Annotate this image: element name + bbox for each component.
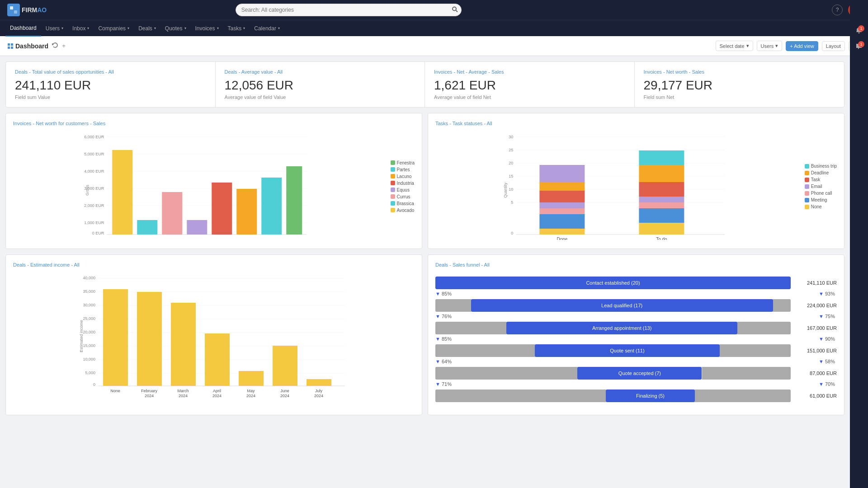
- svg-text:5,000: 5,000: [85, 371, 95, 375]
- legend-avocado: Avocado: [391, 208, 415, 213]
- task-done-meeting: [539, 214, 585, 229]
- chevron-down-icon: ▾: [217, 26, 219, 30]
- nav-calendar[interactable]: Calendar ▾: [250, 20, 284, 37]
- kpi-label-2[interactable]: Invoices - Net - Average - Sales: [434, 69, 625, 75]
- svg-text:15: 15: [509, 174, 513, 178]
- svg-text:5,000 EUR: 5,000 EUR: [84, 152, 104, 156]
- task-todo-meeting: [639, 208, 684, 223]
- funnel-drop-0: ▼ 85% ▼ 93%: [435, 291, 837, 296]
- estimated-income-title[interactable]: Deals - Estimated income - All: [13, 262, 415, 267]
- nav-quotes[interactable]: Quotes ▾: [160, 20, 191, 37]
- bar-equus: [187, 220, 207, 235]
- svg-text:Gross: Gross: [85, 185, 90, 196]
- task-todo-none: [639, 223, 684, 235]
- funnel-stages: Contact established (20) 241,110 EUR ▼ 8…: [435, 273, 837, 408]
- nav-dashboard[interactable]: Dashboard: [5, 20, 41, 37]
- funnel-bar-outer-2: Arranged appointment (13): [435, 322, 791, 334]
- svg-text:June: June: [280, 389, 289, 393]
- legend-dot: [805, 184, 809, 189]
- chevron-down-icon: ▾: [278, 26, 280, 30]
- svg-text:40,000: 40,000: [83, 276, 95, 280]
- nav-inbox[interactable]: Inbox ▾: [68, 20, 94, 37]
- funnel-bar-wrap-0: Contact established (20): [435, 277, 791, 289]
- legend-dot: [391, 188, 395, 192]
- nav-deals[interactable]: Deals ▾: [134, 20, 160, 37]
- nav-invoices[interactable]: Invoices ▾: [191, 20, 223, 37]
- funnel-pct-right-2: ▼ 90%: [819, 336, 835, 342]
- task-done-businesstrip: [539, 165, 585, 182]
- legend-business-trip: Business trip: [805, 164, 837, 169]
- chevron-down-icon: ▾: [127, 26, 129, 30]
- sales-funnel-title[interactable]: Deals - Sales funnel - All: [435, 262, 837, 267]
- legend-dot: [391, 194, 395, 199]
- legend-none: None: [805, 204, 837, 209]
- legend-dot: [805, 198, 809, 202]
- tasks-bar-svg: 30 25 20 15 10 5 0 Quantity: [435, 131, 797, 240]
- sales-funnel-card: Deals - Sales funnel - All Contact estab…: [428, 254, 844, 415]
- svg-rect-8: [8, 47, 10, 49]
- invoices-chart-title[interactable]: Invoices - Net worth for customers - Sal…: [13, 121, 415, 126]
- search-input[interactable]: [236, 4, 462, 16]
- svg-rect-62: [103, 289, 128, 386]
- users-filter-button[interactable]: Users ▾: [757, 41, 783, 51]
- refresh-button[interactable]: [52, 42, 58, 50]
- svg-text:20,000: 20,000: [83, 330, 95, 334]
- charts-row-1: Invoices - Net worth for customers - Sal…: [5, 113, 844, 249]
- invoices-chart-svg-wrap: 6,000 EUR 5,000 EUR 4,000 EUR 3,000 EUR …: [13, 131, 383, 241]
- funnel-bar-inner-0: Contact established (20): [435, 277, 791, 289]
- funnel-amount-4: 87,000 EUR: [796, 371, 837, 376]
- funnel-stage-1: Lead qualified (17) 224,000 EUR: [435, 299, 837, 312]
- nav-users[interactable]: Users ▾: [41, 20, 68, 37]
- svg-text:Estimated income: Estimated income: [79, 320, 84, 352]
- svg-text:2024: 2024: [212, 394, 222, 398]
- svg-text:Quantity: Quantity: [503, 183, 508, 198]
- tasks-chart-svg-wrap: 30 25 20 15 10 5 0 Quantity: [435, 131, 797, 241]
- sub-nav: Dashboard Users ▾ Inbox ▾ Companies ▾ De…: [0, 20, 868, 36]
- svg-rect-66: [239, 371, 264, 386]
- svg-rect-65: [205, 333, 230, 386]
- bar-brassica: [137, 220, 157, 235]
- funnel-bar-outer-0: Contact established (20): [435, 277, 791, 289]
- svg-text:To do: To do: [656, 237, 667, 240]
- grid-icon: [7, 43, 14, 49]
- legend-meeting: Meeting: [805, 197, 837, 202]
- search-button[interactable]: [452, 6, 458, 14]
- layout-button[interactable]: Layout: [822, 41, 845, 51]
- select-date-button[interactable]: Select date ▾: [716, 41, 753, 51]
- bar-fenestra: [286, 166, 302, 235]
- task-todo-phonecall: [639, 202, 684, 208]
- svg-text:2024: 2024: [179, 394, 188, 398]
- kpi-label-1[interactable]: Deals - Average value - All: [225, 69, 416, 75]
- svg-rect-67: [273, 346, 297, 386]
- invoices-chart-card: Invoices - Net worth for customers - Sal…: [5, 113, 422, 249]
- svg-rect-6: [8, 43, 10, 46]
- kpi-label-0[interactable]: Deals - Total value of sales opportuniti…: [15, 69, 206, 75]
- legend-task: Task: [805, 177, 837, 182]
- charts-row-2: Deals - Estimated income - All 40,000 35…: [5, 254, 844, 415]
- funnel-pct-right-3: ▼ 58%: [819, 359, 835, 364]
- svg-text:10,000: 10,000: [83, 357, 95, 361]
- add-view-button[interactable]: + Add view: [786, 41, 818, 51]
- funnel-drop-3: ▼ 64% ▼ 58%: [435, 359, 837, 364]
- legend-dot: [805, 164, 809, 169]
- nav-tasks[interactable]: Tasks ▾: [223, 20, 250, 37]
- kpi-card-0: Deals - Total value of sales opportuniti…: [6, 62, 216, 107]
- tasks-chart-title[interactable]: Tasks - Task statuses - All: [435, 121, 837, 126]
- funnel-bar-wrap-4: Quote accepted (7): [435, 367, 791, 380]
- svg-line-5: [456, 10, 458, 12]
- kpi-sub-2: Average value of field Net: [434, 94, 625, 100]
- kpi-label-3[interactable]: Invoices - Net worth - Sales: [644, 69, 835, 75]
- funnel-pct-right-0: ▼ 93%: [819, 291, 835, 296]
- kpi-card-2: Invoices - Net - Average - Sales 1,621 E…: [425, 62, 635, 107]
- chat-icon[interactable]: 1: [855, 43, 863, 52]
- svg-rect-9: [11, 47, 13, 49]
- bell-icon[interactable]: 1: [855, 27, 863, 36]
- legend-partes: Partes: [391, 167, 415, 172]
- help-button[interactable]: ?: [832, 5, 843, 15]
- chevron-down-icon: ▾: [243, 26, 245, 30]
- funnel-pct-left-0: ▼ 85%: [435, 291, 452, 296]
- svg-text:May: May: [247, 389, 255, 393]
- add-widget-button[interactable]: +: [62, 42, 66, 49]
- nav-companies[interactable]: Companies ▾: [94, 20, 134, 37]
- funnel-pct-left-4: ▼ 71%: [435, 381, 452, 387]
